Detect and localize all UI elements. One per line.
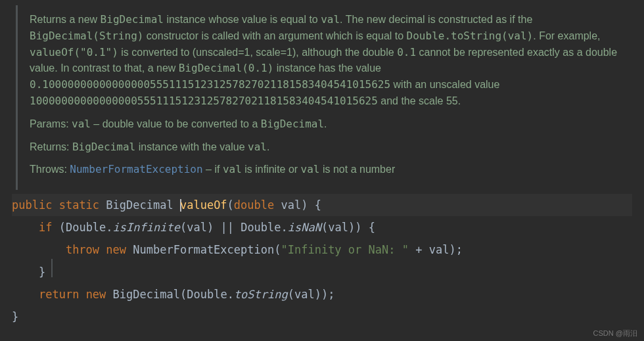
doc-throws: Throws: NumberFormatException – if val i… bbox=[30, 162, 623, 178]
watermark: CSDN @雨汨 bbox=[593, 329, 637, 338]
block-guide bbox=[51, 259, 53, 277]
doc-description: Returns a new BigDecimal instance whose … bbox=[30, 12, 623, 110]
doc-returns: Returns: BigDecimal instance with the va… bbox=[30, 139, 623, 156]
doc-params: Params: val – double value to be convert… bbox=[30, 116, 623, 133]
code-line-signature[interactable]: public static BigDecimal valueOf(double … bbox=[12, 194, 632, 216]
javadoc-panel: Returns a new BigDecimal instance whose … bbox=[16, 5, 635, 190]
code-editor[interactable]: public static BigDecimal valueOf(double … bbox=[0, 194, 644, 332]
